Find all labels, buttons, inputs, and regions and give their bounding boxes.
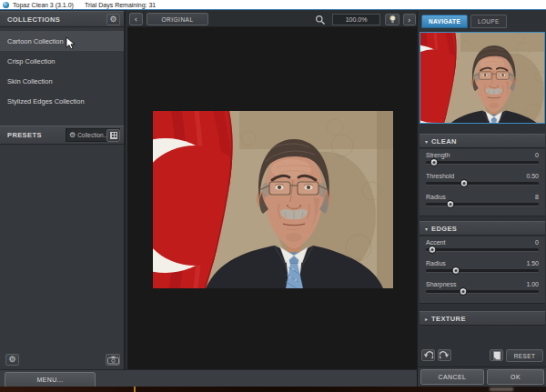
- app-logo-icon: [3, 2, 9, 8]
- trial-days-remaining: Trial Days Remaining: 31: [85, 2, 156, 8]
- cancel-button[interactable]: CANCEL: [420, 369, 484, 385]
- accent-slider[interactable]: [426, 248, 539, 251]
- collection-item-label: Cartoon Collection: [7, 37, 64, 45]
- snapshot-button[interactable]: [490, 349, 503, 361]
- collection-item-label: Crisp Collection: [7, 57, 56, 65]
- title-bar: Topaz Clean 3 (3.1.0) Trial Days Remaini…: [0, 0, 546, 10]
- window-title: Topaz Clean 3 (3.1.0): [13, 2, 74, 8]
- mouse-cursor: [66, 36, 76, 51]
- clean-section-title: CLEAN: [431, 137, 457, 146]
- slider-handle[interactable]: [430, 158, 438, 166]
- gear-icon: ⚙: [69, 132, 76, 139]
- desktop-strip: [0, 387, 546, 392]
- edges-section-title: EDGES: [431, 225, 457, 233]
- collapse-icon: ▾: [425, 138, 428, 145]
- preview-toolbar: ‹ ORIGINAL 100.0% ›: [127, 11, 417, 27]
- slider-handle[interactable]: [452, 266, 460, 275]
- slider-value: 0.50: [526, 173, 539, 179]
- slider-label: Radius: [426, 260, 446, 266]
- undo-button[interactable]: [421, 349, 435, 361]
- slider-label: Threshold: [426, 173, 454, 179]
- slider-value: 1.50: [526, 260, 539, 266]
- sharpness-slider-row: Sharpness1.00: [420, 281, 545, 293]
- ok-button[interactable]: OK: [487, 369, 544, 385]
- clean-section-body: Strength0 Threshold0.50 Radius8: [420, 149, 545, 216]
- navigator-tabs: NAVIGATE LOUPE: [421, 15, 507, 28]
- collapse-icon: ▾: [425, 226, 428, 232]
- tab-loupe[interactable]: LOUPE: [470, 15, 507, 28]
- slider-value: 8: [535, 194, 539, 200]
- preset-grid-view-button[interactable]: [106, 129, 120, 142]
- adjustments-panel: NAVIGATE LOUPE ▾ CLEAN Strength0 Thresho…: [417, 11, 546, 387]
- collection-item-label: Stylized Edges Collection: [7, 97, 85, 106]
- expand-icon: ▸: [425, 316, 428, 322]
- collection-item-crisp[interactable]: Crisp Collection: [0, 51, 124, 71]
- strength-slider[interactable]: [426, 161, 539, 164]
- preview-image[interactable]: [153, 111, 393, 288]
- slider-handle[interactable]: [429, 246, 437, 254]
- collections-header-label: COLLECTIONS: [7, 15, 106, 24]
- search-icon[interactable]: [315, 15, 326, 25]
- collections-panel: COLLECTIONS ⚙ Cartoon Collection Crisp C…: [0, 11, 126, 369]
- redo-icon: [440, 351, 450, 360]
- previous-view-button[interactable]: ‹: [129, 13, 143, 25]
- desktop-detail: [134, 387, 136, 392]
- gear-icon: ⚙: [109, 15, 116, 24]
- original-button[interactable]: ORIGINAL: [147, 13, 208, 25]
- confirm-row: CANCEL OK: [418, 367, 546, 387]
- preset-options-button[interactable]: ⚙: [5, 354, 19, 366]
- slider-handle[interactable]: [447, 200, 455, 208]
- redo-button[interactable]: [438, 349, 451, 361]
- clean-radius-slider[interactable]: [426, 203, 539, 206]
- slider-value: 0: [535, 239, 539, 246]
- sharpness-slider[interactable]: [426, 290, 539, 293]
- next-view-button[interactable]: ›: [403, 14, 416, 25]
- collections-settings-button[interactable]: ⚙: [106, 14, 120, 25]
- presets-label: PRESETS: [7, 131, 66, 139]
- reset-button[interactable]: RESET: [506, 349, 543, 362]
- texture-section-header[interactable]: ▸ TEXTURE: [420, 311, 545, 326]
- collections-header: COLLECTIONS ⚙: [0, 11, 124, 27]
- presets-bar: PRESETS ⚙ Collection... ▼: [0, 126, 124, 145]
- collection-item-skin[interactable]: Skin Collection: [0, 71, 124, 91]
- gear-icon: ⚙: [8, 356, 15, 364]
- edges-radius-slider-row: Radius1.50: [420, 260, 545, 272]
- edges-section-header[interactable]: ▾ EDGES: [420, 221, 545, 236]
- menu-button[interactable]: MENU...: [5, 372, 96, 387]
- collection-list: Cartoon Collection Crisp Collection Skin…: [0, 31, 124, 111]
- threshold-slider-row: Threshold0.50: [420, 173, 545, 185]
- preview-canvas: [127, 27, 417, 369]
- slider-label: Sharpness: [426, 281, 456, 287]
- threshold-slider[interactable]: [426, 182, 539, 185]
- clean-section-header[interactable]: ▾ CLEAN: [420, 134, 545, 148]
- lightbulb-icon: [388, 15, 398, 25]
- slider-handle[interactable]: [459, 287, 467, 296]
- camera-icon: [107, 356, 119, 365]
- slider-label: Strength: [426, 152, 450, 158]
- collection-item-stylized-edges[interactable]: Stylized Edges Collection: [0, 91, 124, 111]
- texture-section-title: TEXTURE: [431, 315, 466, 323]
- slider-value: 0: [535, 152, 539, 158]
- lightbulb-toggle-button[interactable]: [385, 14, 399, 25]
- bottom-bar: MENU...: [0, 369, 417, 387]
- snapshot-camera-button[interactable]: [106, 354, 120, 366]
- grid-icon: [110, 132, 117, 139]
- collection-item-label: Skin Collection: [7, 77, 53, 85]
- collections-footer: ⚙: [0, 354, 124, 367]
- slider-value: 1.00: [526, 281, 539, 287]
- edges-radius-slider[interactable]: [426, 269, 539, 272]
- presets-dropdown-value: Collection...: [77, 132, 107, 138]
- clean-radius-slider-row: Radius8: [420, 194, 545, 206]
- accent-slider-row: Accent0: [420, 239, 545, 251]
- slider-label: Radius: [426, 194, 446, 200]
- slider-handle[interactable]: [460, 179, 469, 187]
- navigator-thumbnail[interactable]: [420, 32, 545, 124]
- undo-icon: [423, 351, 433, 360]
- strength-slider-row: Strength0: [420, 152, 545, 164]
- desktop-clock-smudge: [490, 387, 513, 391]
- zoom-level-field[interactable]: 100.0%: [332, 14, 380, 25]
- collection-item-cartoon[interactable]: Cartoon Collection: [0, 31, 124, 51]
- tab-navigate[interactable]: NAVIGATE: [421, 15, 468, 28]
- edges-section-body: Accent0 Radius1.50 Sharpness1.00: [420, 236, 545, 304]
- slider-label: Accent: [426, 239, 445, 246]
